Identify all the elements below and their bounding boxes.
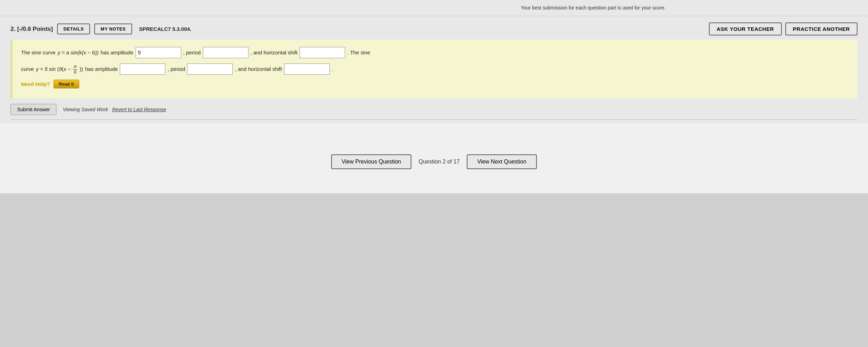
revert-link[interactable]: Revert to Last Response [112,107,166,112]
need-help-row: Need Help? Read It [21,80,849,88]
bottom-navigation: View Previous Question Question 2 of 17 … [0,123,868,193]
horizontal-shift-label-2: , and horizontal shift [235,63,282,75]
line2-pre: curve [21,63,34,75]
divider [11,119,857,120]
horizontal-shift-label-1: , and horizontal shift [251,47,298,58]
amplitude1-input[interactable] [136,47,181,58]
header-right-buttons: ASK YOUR TEACHER PRACTICE ANOTHER [709,22,857,35]
question-header: 2. [-/0.6 Points] DETAILS MY NOTES SPREC… [0,16,868,40]
question-body: The sine curve y = a sin(k(x − b)) has a… [11,40,857,98]
need-help-label: Need Help? [21,81,50,87]
line1-pre: The sine curve [21,47,55,58]
period1-input[interactable] [203,47,248,58]
line1-mid: has amplitude [101,47,133,58]
amplitude2-input[interactable] [120,64,165,75]
submit-answer-button[interactable]: Submit Answer [11,104,56,115]
ask-teacher-button[interactable]: ASK YOUR TEACHER [709,22,782,35]
view-next-button[interactable]: View Next Question [467,154,537,169]
period2-input[interactable] [187,64,233,75]
period-label-2: , period [168,63,185,75]
practice-another-button[interactable]: PRACTICE ANOTHER [785,22,857,35]
line2-suffix: . [332,63,333,75]
question-line-2: curve y = 5 sin (9(x − π 6 )) has amplit… [21,63,849,75]
line2-has: has amplitude [85,63,118,75]
line1-eq: y = a sin(k(x − b)) [57,47,98,58]
question-counter: Question 2 of 17 [418,159,459,165]
read-it-button[interactable]: Read It [54,80,79,88]
details-button[interactable]: DETAILS [57,24,90,34]
submission-note: Your best submission for each question p… [521,5,665,11]
saved-work-text: Viewing Saved Work Revert to Last Respon… [63,107,166,112]
line2-eq: y = 5 sin (9(x − π 6 )) [36,63,83,75]
submit-row: Submit Answer Viewing Saved Work Revert … [0,98,868,119]
question-line-1: The sine curve y = a sin(k(x − b)) has a… [21,47,849,58]
line1-suffix: . The sine [347,47,370,58]
sprecalc-label: SPRECALC7 5.3.004. [139,26,191,32]
horizontal-shift2-input[interactable] [284,64,330,75]
my-notes-button[interactable]: MY NOTES [94,24,132,34]
question-number: 2. [-/0.6 Points] [11,26,53,33]
horizontal-shift1-input[interactable] [300,47,345,58]
top-bar: Your best submission for each question p… [0,0,868,16]
period-label-1: , period [183,47,201,58]
view-previous-button[interactable]: View Previous Question [331,154,412,169]
